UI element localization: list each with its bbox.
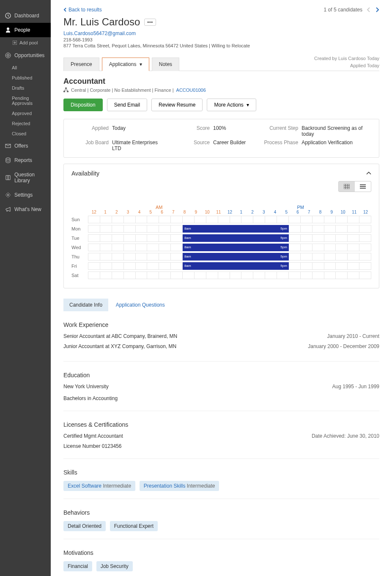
value: Today: [112, 125, 126, 137]
back-to-results[interactable]: Back to results: [63, 7, 102, 13]
sidebar-reports[interactable]: Reports: [0, 153, 51, 167]
pager-text: 1 of 5 candidates: [324, 7, 362, 13]
section-title: Skills: [63, 469, 379, 476]
person-icon: [5, 27, 11, 33]
sidebar-opp-rejected[interactable]: Rejected: [0, 118, 51, 129]
sidebar-settings[interactable]: Settings: [0, 188, 51, 202]
label: Current Step: [259, 125, 302, 137]
work-experience-section: Work Experience Senior Accountant at ABC…: [63, 321, 379, 362]
send-email-button[interactable]: Send Email: [107, 99, 147, 111]
value: Ultimate Enterprises LTD: [112, 140, 167, 151]
schedule-grid: AMPM12123456789101112123456789101112SunM…: [71, 205, 371, 280]
tab-presence[interactable]: Presence: [63, 58, 99, 71]
more-menu-button[interactable]: •••: [144, 19, 156, 26]
sidebar-dashboard[interactable]: Dashboard: [0, 8, 51, 23]
tab-applications[interactable]: Applications ▾: [102, 58, 149, 71]
disposition-button[interactable]: Disposition: [63, 99, 103, 111]
svg-point-1: [7, 27, 9, 30]
section-title: Behaviors: [63, 509, 379, 516]
value: Backround Screening as of today: [302, 125, 369, 137]
gear-icon: [5, 192, 11, 198]
list-view-button[interactable]: [355, 181, 371, 192]
tab-notes[interactable]: Notes: [152, 58, 179, 71]
skills-section: Skills Excel Software Intermediate Prese…: [63, 469, 379, 499]
sidebar-opportunities[interactable]: Opportunities: [0, 48, 51, 63]
candidate-name: Mr. Luis Cardoso: [63, 16, 140, 28]
job-path: Central | Corporate | No Establishment |…: [71, 88, 174, 93]
skill-tag: Presentation Skills Intermediate: [140, 481, 219, 491]
sidebar-label: Question Library: [14, 172, 46, 184]
subtab-candidate-info[interactable]: Candidate Info: [63, 299, 108, 311]
svg-point-5: [8, 55, 8, 56]
work-when: January 2010 - Current: [327, 333, 379, 339]
label: Process Phase: [259, 140, 302, 151]
sidebar-opp-pending[interactable]: Pending Approvals: [0, 93, 51, 108]
book-icon: [5, 175, 11, 181]
licenses-section: Licenses & Certifications Certified Mgmt…: [63, 421, 379, 459]
back-label: Back to results: [69, 7, 102, 13]
sidebar-label: Dashboard: [14, 13, 39, 19]
sidebar: Dashboard People Add pool Opportunities …: [0, 0, 51, 576]
svg-rect-9: [65, 88, 67, 89]
sidebar-label: People: [14, 27, 30, 33]
section-title: Motivations: [63, 549, 379, 556]
collapse-icon[interactable]: [366, 172, 371, 175]
motivations-section: Motivations Financial Job Security: [63, 549, 379, 576]
sidebar-opp-approved[interactable]: Approved: [0, 108, 51, 118]
sidebar-opp-published[interactable]: Published: [0, 73, 51, 83]
database-icon: [5, 157, 11, 163]
more-actions-button[interactable]: More Actions ▾: [207, 99, 256, 111]
job-title: Accountant: [63, 77, 379, 86]
created-by: Created by Luis Cardoso Today: [314, 55, 379, 62]
pager-next[interactable]: [375, 7, 379, 12]
grid-view-button[interactable]: [339, 181, 355, 192]
svg-point-7: [6, 158, 10, 159]
sidebar-label: Offers: [14, 143, 28, 149]
svg-point-8: [7, 194, 9, 196]
motivation-tag: Financial: [63, 561, 92, 571]
label: Applied: [74, 125, 112, 137]
sidebar-opp-drafts[interactable]: Drafts: [0, 83, 51, 93]
value: 100%: [213, 125, 226, 137]
subtab-application-questions[interactable]: Application Questions: [110, 299, 171, 311]
motivation-tag: Job Security: [96, 561, 133, 571]
sidebar-label: What's New: [14, 206, 41, 212]
sidebar-add-pool[interactable]: Add pool: [0, 37, 51, 48]
sidebar-offers[interactable]: Offers: [0, 139, 51, 153]
caret-down-icon: ▾: [140, 61, 142, 67]
education-section: Education New York UniversityAug 1995 - …: [63, 372, 379, 411]
bullhorn-icon: [5, 206, 11, 212]
candidate-email[interactable]: Luis.Cardoso56472@gmail.com: [63, 30, 379, 36]
sidebar-label: Reports: [14, 157, 32, 163]
behavior-tag: Functional Expert: [110, 521, 158, 531]
sidebar-question-library[interactable]: Question Library: [0, 167, 51, 188]
availability-title: Availability: [71, 170, 99, 177]
sidebar-label: Add pool: [19, 40, 38, 45]
clock-icon: [5, 13, 11, 19]
svg-rect-12: [344, 184, 350, 189]
sidebar-opp-closed[interactable]: Closed: [0, 129, 51, 139]
education-school: New York University: [63, 384, 109, 389]
label: Source: [175, 140, 213, 151]
sidebar-people[interactable]: People: [0, 23, 51, 37]
behavior-tag: Detail Oriented: [63, 521, 106, 531]
tab-label: Applications: [109, 61, 137, 67]
license-date: Date Achieved: June 30, 2010: [312, 433, 379, 439]
license-number: License Number 0123456: [63, 443, 379, 449]
work-role: Senior Accountant at ABC Company, Braine…: [63, 333, 177, 339]
label: Job Board: [74, 140, 112, 151]
pager-prev[interactable]: [367, 7, 371, 12]
envelope-icon: [5, 143, 11, 149]
caret-down-icon: ▾: [247, 102, 249, 108]
sitemap-icon: [63, 88, 69, 93]
skill-tag: Excel Software Intermediate: [63, 481, 135, 491]
job-code-link[interactable]: ACCOU01006: [176, 88, 206, 93]
review-resume-button[interactable]: Review Resume: [151, 99, 203, 111]
sidebar-opp-all[interactable]: All: [0, 63, 51, 73]
education-when: Aug 1995 - Jun 1999: [332, 384, 379, 391]
sidebar-whatsnew[interactable]: What's New: [0, 202, 51, 217]
sidebar-label: Opportunities: [14, 52, 44, 58]
target-icon: [5, 52, 11, 58]
candidate-address: 877 Terra Cotta Street, Pequot Lakes, Mi…: [63, 43, 379, 48]
plus-icon: [12, 40, 18, 46]
